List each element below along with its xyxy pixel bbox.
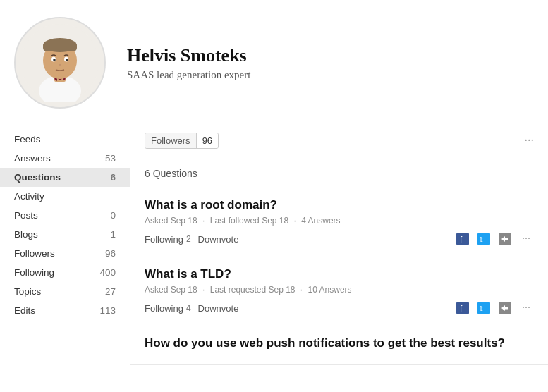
sidebar-followers-label: Followers bbox=[14, 248, 55, 259]
sidebar-item-posts[interactable]: Posts 0 bbox=[0, 206, 130, 225]
question-item: How do you use web push notifications to… bbox=[130, 326, 548, 365]
facebook-share-icon[interactable]: f bbox=[455, 231, 470, 247]
share-icon[interactable] bbox=[497, 231, 513, 247]
following-label: Following bbox=[145, 303, 183, 314]
following-count: 4 bbox=[186, 303, 191, 313]
sidebar-topics-label: Topics bbox=[14, 286, 41, 297]
followers-badge[interactable]: Followers 96 bbox=[145, 133, 219, 149]
more-options-button[interactable]: ··· bbox=[525, 133, 535, 148]
svg-text:𝕥: 𝕥 bbox=[480, 235, 483, 243]
sidebar-item-following[interactable]: Following 400 bbox=[0, 263, 130, 282]
main-layout: Feeds Answers 53 Questions 6 Activity Po… bbox=[0, 123, 548, 365]
meta-separator: · bbox=[202, 285, 205, 295]
more-options-icon[interactable]: ··· bbox=[518, 231, 534, 247]
profile-info: Helvis Smoteks SAAS lead generation expe… bbox=[127, 45, 250, 81]
sidebar-activity-label: Activity bbox=[14, 191, 44, 202]
following-label: Following bbox=[145, 234, 183, 245]
svg-rect-8 bbox=[43, 43, 77, 51]
question-footer: Following 2 Downvote f 𝕥 ··· bbox=[145, 231, 534, 247]
followers-badge-label: Followers bbox=[145, 133, 197, 148]
question-actions: Following 2 Downvote bbox=[145, 234, 238, 245]
sidebar-item-activity[interactable]: Activity bbox=[0, 187, 130, 206]
followers-bar: Followers 96 ··· bbox=[130, 123, 548, 159]
sidebar-item-followers[interactable]: Followers 96 bbox=[0, 244, 130, 263]
question-item: What is a root domain? Asked Sep 18 · La… bbox=[130, 188, 548, 257]
downvote-button[interactable]: Downvote bbox=[198, 234, 239, 245]
sidebar-item-answers[interactable]: Answers 53 bbox=[0, 149, 130, 168]
answers-count: 10 Answers bbox=[308, 285, 352, 295]
sidebar-answers-label: Answers bbox=[14, 153, 51, 164]
sidebar-feeds-label: Feeds bbox=[14, 134, 41, 145]
sidebar-edits-label: Edits bbox=[14, 305, 35, 316]
answers-count: 4 Answers bbox=[301, 216, 340, 226]
question-actions: Following 4 Downvote bbox=[145, 303, 238, 314]
facebook-share-icon[interactable]: f bbox=[455, 300, 470, 316]
question-meta: Asked Sep 18 · Last requested Sep 18 · 1… bbox=[145, 285, 534, 295]
question-footer: Following 4 Downvote f 𝕥 ··· bbox=[145, 300, 534, 316]
sidebar-posts-label: Posts bbox=[14, 210, 38, 221]
sidebar-questions-label: Questions bbox=[14, 172, 61, 183]
sidebar-item-edits[interactable]: Edits 113 bbox=[0, 301, 130, 320]
followers-badge-count: 96 bbox=[197, 133, 218, 148]
twitter-share-icon[interactable]: 𝕥 bbox=[476, 300, 492, 316]
sidebar-following-count: 400 bbox=[99, 267, 116, 278]
question-title[interactable]: How do you use web push notifications to… bbox=[145, 336, 534, 350]
svg-rect-13 bbox=[456, 233, 469, 245]
more-options-icon[interactable]: ··· bbox=[518, 300, 534, 316]
sidebar-edits-count: 113 bbox=[99, 305, 116, 316]
sidebar-item-blogs[interactable]: Blogs 1 bbox=[0, 225, 130, 244]
sidebar-answers-count: 53 bbox=[105, 153, 116, 164]
share-icon[interactable] bbox=[497, 300, 513, 316]
sidebar-following-label: Following bbox=[14, 267, 54, 278]
meta-separator2: · bbox=[294, 216, 296, 226]
sidebar-followers-count: 96 bbox=[105, 248, 116, 259]
social-share-icons: f 𝕥 ··· bbox=[455, 300, 534, 316]
followed-date: Last followed Sep 18 bbox=[210, 216, 288, 226]
following-button[interactable]: Following 4 bbox=[145, 303, 191, 314]
sidebar-posts-count: 0 bbox=[110, 210, 116, 221]
sidebar: Feeds Answers 53 Questions 6 Activity Po… bbox=[0, 123, 130, 365]
following-count: 2 bbox=[186, 234, 191, 244]
svg-text:𝕥: 𝕥 bbox=[480, 305, 483, 312]
sidebar-item-feeds[interactable]: Feeds bbox=[0, 130, 130, 149]
following-button[interactable]: Following 2 bbox=[145, 234, 191, 245]
sidebar-topics-count: 27 bbox=[105, 286, 116, 297]
sidebar-item-topics[interactable]: Topics 27 bbox=[0, 282, 130, 301]
meta-separator: · bbox=[202, 216, 205, 226]
sidebar-blogs-label: Blogs bbox=[14, 229, 38, 240]
asked-date: Asked Sep 18 bbox=[145, 216, 197, 226]
question-meta: Asked Sep 18 · Last followed Sep 18 · 4 … bbox=[145, 216, 534, 226]
sidebar-item-questions[interactable]: Questions 6 bbox=[0, 168, 130, 187]
question-title[interactable]: What is a root domain? bbox=[145, 198, 534, 212]
sidebar-blogs-count: 1 bbox=[110, 229, 116, 240]
svg-rect-18 bbox=[456, 302, 469, 314]
profile-header: Helvis Smoteks SAAS lead generation expe… bbox=[0, 0, 548, 123]
twitter-share-icon[interactable]: 𝕥 bbox=[476, 231, 492, 247]
sidebar-questions-count: 6 bbox=[110, 172, 116, 183]
social-share-icons: f 𝕥 ··· bbox=[455, 231, 534, 247]
svg-point-12 bbox=[66, 59, 68, 61]
asked-date: Asked Sep 18 bbox=[145, 285, 197, 295]
downvote-button[interactable]: Downvote bbox=[198, 303, 239, 314]
avatar bbox=[14, 17, 106, 109]
content-area: Followers 96 ··· 6 Questions What is a r… bbox=[130, 123, 548, 365]
profile-name: Helvis Smoteks bbox=[127, 45, 250, 66]
followed-date: Last requested Sep 18 bbox=[210, 285, 296, 295]
questions-section-header: 6 Questions bbox=[130, 159, 548, 188]
meta-separator2: · bbox=[300, 285, 303, 295]
question-item: What is a TLD? Asked Sep 18 · Last reque… bbox=[130, 257, 548, 326]
question-title[interactable]: What is a TLD? bbox=[145, 267, 534, 281]
profile-title: SAAS lead generation expert bbox=[127, 69, 250, 81]
svg-point-11 bbox=[53, 59, 56, 61]
